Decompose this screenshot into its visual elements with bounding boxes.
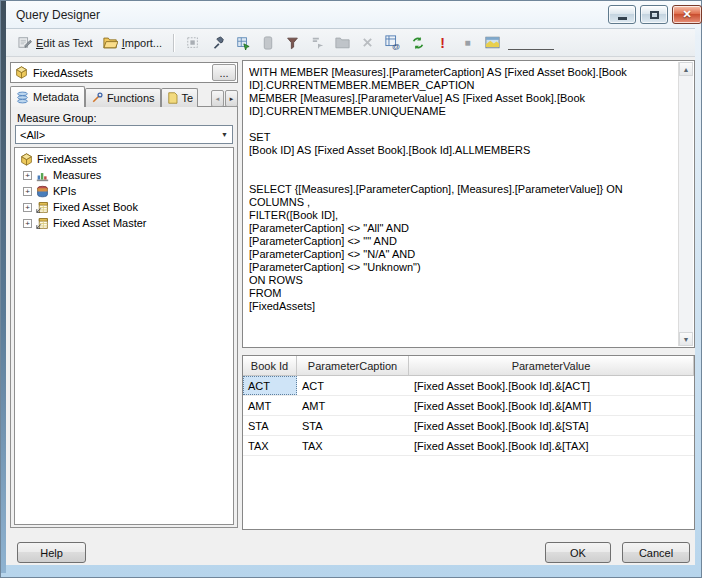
grid-cell[interactable]: STA — [297, 416, 409, 435]
grid-cell[interactable]: AMT — [297, 396, 409, 415]
svg-text:@: @ — [392, 42, 400, 50]
mdx-cube-button[interactable]: @ — [381, 32, 404, 54]
close-button[interactable]: ✕ — [672, 5, 702, 24]
arrow-left-icon: ◄ — [215, 96, 221, 102]
toolbar-underline — [508, 36, 554, 50]
add-calculated-member-icon — [262, 36, 274, 50]
dimension-icon — [36, 217, 49, 230]
tab-templates-label: Te — [182, 92, 194, 104]
grid-cell[interactable]: [Fixed Asset Book].[Book Id].&[TAX] — [409, 436, 694, 455]
design-mode-button[interactable] — [481, 32, 504, 54]
scroll-up-button[interactable]: ▲ — [679, 62, 693, 76]
tab-metadata-label: Metadata — [33, 91, 79, 103]
mdx-query-editor[interactable]: WITH MEMBER [Measures].[ParameterCaption… — [242, 60, 695, 348]
measure-group-select[interactable]: <All> ▼ — [15, 125, 233, 144]
tab-strip: Metadata Functions Te ◄ ► — [10, 86, 238, 107]
metadata-icon — [16, 91, 29, 104]
tab-functions[interactable]: Functions — [85, 88, 161, 107]
tree-item-fixed-asset-master[interactable]: + Fixed Asset Master — [15, 215, 233, 231]
design-query-mode-button[interactable] — [181, 32, 204, 54]
table-row: STA STA [Fixed Asset Book].[Book Id].&[S… — [243, 416, 694, 436]
column-header-book-id[interactable]: Book Id — [243, 356, 297, 375]
cancel-button[interactable]: Cancel — [622, 542, 690, 563]
tree-item-label: KPIs — [53, 185, 76, 197]
grid-cell[interactable]: AMT — [243, 396, 297, 415]
filter-icon — [286, 36, 299, 50]
show-empty-cells-button[interactable] — [231, 32, 254, 54]
tree-root[interactable]: FixedAssets — [15, 151, 233, 167]
measures-icon — [36, 169, 49, 182]
mdx-query-text[interactable]: WITH MEMBER [Measures].[ParameterCaption… — [249, 66, 672, 343]
grid-cell-selected[interactable]: ACT — [243, 376, 297, 395]
window-controls: ✕ — [608, 5, 702, 24]
minimize-button[interactable] — [608, 5, 636, 24]
cube-browse-button[interactable]: ... — [212, 64, 236, 81]
tree-item-fixed-asset-book[interactable]: + Fixed Asset Book — [15, 199, 233, 215]
pick-tool-button[interactable] — [206, 32, 229, 54]
measure-group-value: <All> — [20, 129, 45, 141]
scroll-down-button[interactable]: ▼ — [679, 332, 693, 346]
show-aggregations-button[interactable] — [306, 32, 329, 54]
edit-as-text-button[interactable]: Edit as Text — [14, 32, 97, 54]
refresh-icon — [411, 36, 425, 50]
cube-icon — [20, 153, 33, 166]
tab-scroll-arrows: ◄ ► — [211, 90, 238, 107]
metadata-tree: FixedAssets + Measures + KPIs + Fixed As… — [14, 147, 234, 525]
close-icon: ✕ — [682, 9, 691, 20]
grid-cell[interactable]: ACT — [297, 376, 409, 395]
dimension-icon — [36, 201, 49, 214]
delete-icon — [362, 37, 373, 48]
grid-cell[interactable]: [Fixed Asset Book].[Book Id].&[STA] — [409, 416, 694, 435]
edit-as-text-label: Edit as Text — [36, 37, 93, 49]
toolbar: Edit as Text Import... @ ! ■ — [6, 29, 695, 57]
cube-icon — [15, 66, 28, 79]
maximize-button[interactable] — [640, 5, 668, 24]
grid-cell[interactable]: [Fixed Asset Book].[Book Id].&[AMT] — [409, 396, 694, 415]
filter-button[interactable] — [281, 32, 304, 54]
refresh-fields-button[interactable] — [406, 32, 429, 54]
titlebar[interactable]: Query Designer ✕ — [7, 1, 702, 28]
grid-cell[interactable]: TAX — [297, 436, 409, 455]
grid-cell[interactable]: [Fixed Asset Book].[Book Id].&[ACT] — [409, 376, 694, 395]
group-icon — [335, 36, 350, 49]
edit-as-text-icon — [18, 36, 32, 49]
tab-templates[interactable]: Te — [161, 88, 198, 107]
expand-icon[interactable]: + — [23, 219, 32, 228]
window-title: Query Designer — [7, 8, 100, 22]
grid-cell[interactable]: TAX — [243, 436, 297, 455]
column-header-parameter-caption[interactable]: ParameterCaption — [297, 356, 409, 375]
ok-button[interactable]: OK — [545, 542, 611, 563]
help-button[interactable]: Help — [17, 542, 86, 563]
execute-query-button[interactable]: ! — [431, 32, 454, 54]
tree-item-label: Fixed Asset Book — [53, 201, 138, 213]
templates-icon — [167, 92, 178, 104]
column-header-parameter-value[interactable]: ParameterValue — [409, 356, 694, 375]
add-calculated-member-button[interactable] — [256, 32, 279, 54]
grid-cell[interactable]: STA — [243, 416, 297, 435]
cancel-query-button[interactable]: ■ — [456, 32, 479, 54]
tab-functions-label: Functions — [107, 92, 155, 104]
expand-icon[interactable]: + — [23, 203, 32, 212]
tab-metadata[interactable]: Metadata — [10, 86, 85, 107]
design-query-mode-icon — [186, 36, 200, 50]
tree-item-kpis[interactable]: + KPIs — [15, 183, 233, 199]
tree-item-label: Fixed Asset Master — [53, 217, 147, 229]
grid-header: Book Id ParameterCaption ParameterValue — [243, 356, 694, 376]
delete-button[interactable] — [356, 32, 379, 54]
scroll-down-icon: ▼ — [683, 336, 690, 343]
execute-icon: ! — [440, 36, 445, 50]
tree-root-label: FixedAssets — [37, 153, 97, 165]
tree-item-measures[interactable]: + Measures — [15, 167, 233, 183]
import-folder-icon — [103, 36, 118, 49]
expand-icon[interactable]: + — [23, 187, 32, 196]
tab-scroll-right-button[interactable]: ► — [225, 90, 238, 107]
mdx-cube-icon: @ — [385, 35, 400, 50]
measure-group-label: Measure Group: — [17, 112, 96, 124]
group-items-button[interactable] — [331, 32, 354, 54]
import-button[interactable]: Import... — [99, 32, 166, 54]
dropdown-arrow-icon: ▼ — [217, 131, 232, 138]
tab-scroll-left-button[interactable]: ◄ — [211, 90, 224, 107]
cube-name: FixedAssets — [33, 67, 93, 79]
query-scrollbar[interactable]: ▲ ▼ — [678, 62, 693, 346]
expand-icon[interactable]: + — [23, 171, 32, 180]
